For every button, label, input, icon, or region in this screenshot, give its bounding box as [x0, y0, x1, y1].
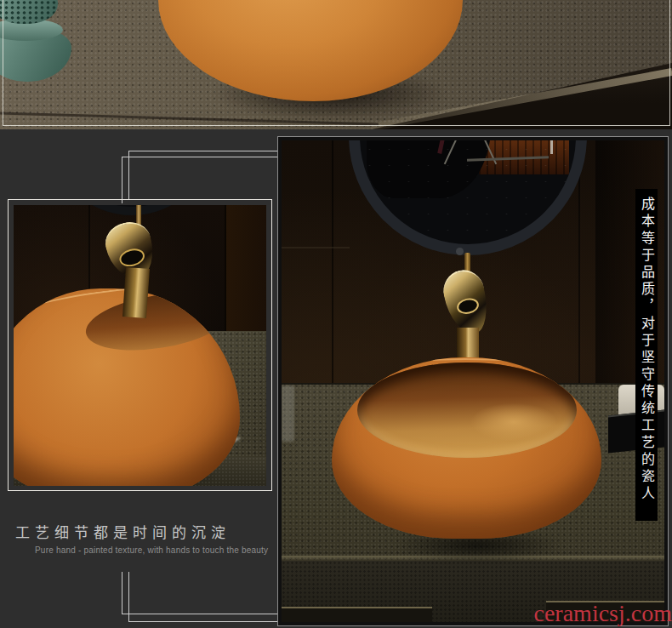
round-mirror	[349, 140, 587, 255]
main-scene-photo: 成本等于品质，对于坚守传统工艺的瓷人	[282, 140, 664, 622]
tagline-chinese: 工艺细节都是时间的沉淀	[15, 521, 231, 542]
watermark: ceramicsj.com	[510, 602, 672, 625]
metal-ornament	[282, 385, 294, 442]
inset-detail-photo	[14, 205, 266, 486]
faucet-body	[457, 328, 479, 362]
faucet-aerator	[455, 296, 480, 316]
basin-floor-glow	[459, 398, 568, 446]
mirror-bottom-arc	[49, 205, 214, 215]
wall-seam	[88, 205, 90, 299]
vertical-caption-text: 成本等于品质，对于坚守传统工艺的瓷人	[635, 189, 658, 521]
faucet-body	[122, 267, 150, 318]
page: 成本等于品质，对于坚守传统工艺的瓷人 工艺细节都是时间的沉淀 Pure hand…	[0, 0, 672, 628]
inset-photo-frame	[8, 199, 272, 491]
basin-rim-highlight	[345, 358, 586, 397]
counter-recessed-panel	[282, 607, 432, 622]
wall-seam	[332, 140, 333, 387]
tagline-english: Pure hand - painted texture, with hands …	[35, 545, 268, 555]
ceramic-basin	[14, 288, 240, 486]
top-product-photo	[0, 0, 672, 129]
mirror-dust-specks	[360, 140, 576, 244]
main-photo-panel: 成本等于品质，对于坚守传统工艺的瓷人	[277, 136, 669, 626]
mirror-pivot-knob	[456, 248, 464, 255]
photo-inner-frame	[3, 0, 670, 126]
wall-seam	[282, 247, 350, 248]
faucet-aerator	[117, 246, 146, 269]
vertical-caption-strip: 成本等于品质，对于坚守传统工艺的瓷人	[635, 189, 658, 521]
